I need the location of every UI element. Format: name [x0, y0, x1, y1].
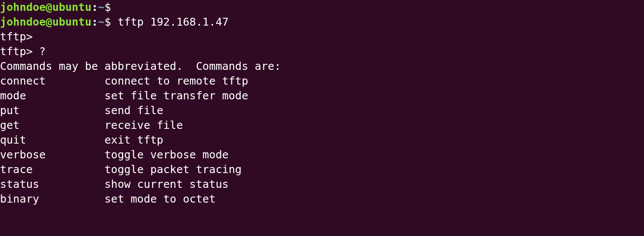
help-connect: connect connect to remote tftp — [0, 74, 644, 88]
prompt-cwd: ~ — [98, 1, 105, 13]
prompt-dollar: $ — [105, 1, 111, 13]
help-trace: trace toggle packet tracing — [0, 162, 644, 177]
prompt-line-1: johndoe@ubuntu:~$ — [0, 0, 644, 15]
help-quit: quit exit tftp — [0, 133, 644, 148]
tftp-prompt-2: tftp> ? — [0, 44, 644, 59]
prompt-dollar: $ — [105, 16, 111, 28]
prompt-line-2: johndoe@ubuntu:~$ tftp 192.168.1.47 — [0, 15, 644, 30]
help-get: get receive file — [0, 118, 644, 133]
help-binary: binary set mode to octet — [0, 192, 644, 206]
command-1 — [111, 1, 118, 13]
help-status: status show current status — [0, 177, 644, 192]
help-put: put send file — [0, 103, 644, 118]
user-host: johndoe@ubuntu — [0, 1, 92, 13]
prompt-colon: : — [92, 16, 98, 28]
prompt-colon: : — [92, 1, 98, 13]
prompt-cwd: ~ — [98, 16, 105, 28]
help-header: Commands may be abbreviated. Commands ar… — [0, 59, 644, 74]
command-2: tftp 192.168.1.47 — [111, 16, 229, 28]
tftp-prompt-1: tftp> — [0, 30, 644, 44]
terminal-output[interactable]: johndoe@ubuntu:~$ johndoe@ubuntu:~$ tftp… — [0, 0, 644, 206]
help-verbose: verbose toggle verbose mode — [0, 148, 644, 162]
user-host: johndoe@ubuntu — [0, 16, 92, 28]
help-mode: mode set file transfer mode — [0, 88, 644, 103]
